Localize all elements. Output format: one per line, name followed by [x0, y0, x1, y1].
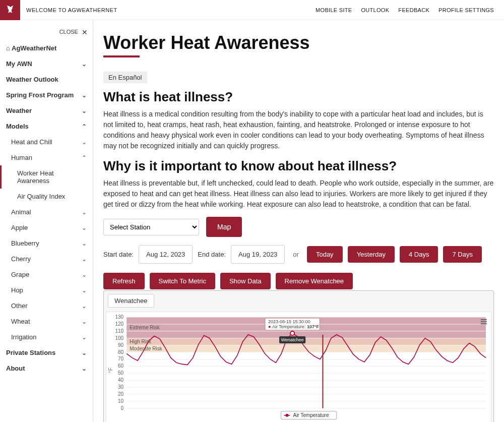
nav-my-awn[interactable]: My AWN ⌄: [0, 56, 93, 72]
nav-hop[interactable]: Hop ⌄: [0, 282, 93, 298]
today-button[interactable]: Today: [307, 246, 343, 263]
svg-text:20: 20: [118, 391, 124, 397]
chart-area: °F Extreme RiskHigh RiskModerate Risk010…: [106, 312, 491, 422]
seven-days-button[interactable]: 7 Days: [443, 246, 481, 263]
nav-blueberry[interactable]: Blueberry ⌄: [0, 235, 93, 251]
topnav-outlook[interactable]: OUTLOOK: [361, 7, 389, 13]
action-row: Refresh Switch To Metric Show Data Remov…: [103, 273, 494, 289]
chevron-up-icon: ⌃: [82, 123, 87, 130]
or-label: or: [293, 251, 299, 258]
nav-animal[interactable]: Animal ⌄: [0, 204, 93, 220]
nav-heat-and-chill[interactable]: Heat and Chill ⌄: [0, 134, 93, 150]
svg-text:30: 30: [118, 384, 124, 390]
map-button[interactable]: Map: [206, 217, 242, 237]
topnav-mobile-site[interactable]: MOBILE SITE: [316, 7, 352, 13]
nav-irrigation[interactable]: Irrigation ⌄: [0, 329, 93, 345]
paragraph-what-is: Heat illness is a medical condition resu…: [103, 109, 494, 151]
heading-what-is: What is heat illness?: [103, 89, 494, 105]
four-days-button[interactable]: 4 Days: [400, 246, 438, 263]
nav-weather[interactable]: Weather ⌄: [0, 103, 93, 118]
sidebar-close-label: CLOSE: [59, 29, 78, 35]
wsu-logo[interactable]: [0, 0, 20, 20]
sidebar-close[interactable]: CLOSE ✕: [0, 26, 93, 40]
svg-text:130: 130: [115, 314, 123, 320]
title-underline: [103, 55, 140, 57]
chevron-down-icon: ⌄: [82, 92, 87, 99]
topnav-profile-settings[interactable]: PROFILE SETTINGS: [438, 7, 494, 13]
nav-private-stations[interactable]: Private Stations ⌄: [0, 345, 93, 360]
svg-text:70: 70: [118, 356, 124, 361]
close-icon: ✕: [82, 28, 88, 36]
nav-about[interactable]: About ⌄: [0, 360, 93, 376]
chevron-down-icon: ⌄: [82, 224, 87, 231]
nav-weather-outlook[interactable]: Weather Outlook: [0, 72, 93, 87]
svg-text:Air Temperature: Air Temperature: [293, 412, 329, 418]
nav-cherry[interactable]: Cherry ⌄: [0, 251, 93, 267]
chevron-down-icon: ⌄: [82, 240, 87, 247]
svg-text:● Air Temperature: 107°F: ● Air Temperature: 107°F: [268, 324, 320, 329]
nav-spring-frost[interactable]: Spring Frost Program ⌄: [0, 87, 93, 103]
heading-why-important: Why is it important to know about heat i…: [103, 158, 494, 174]
topnav-feedback[interactable]: FEEDBACK: [398, 7, 429, 13]
svg-text:Extreme Risk: Extreme Risk: [130, 325, 160, 330]
date-range-row: Start date: Aug 12, 2023 End date: Aug 1…: [103, 245, 494, 264]
end-date-label: End date:: [198, 251, 226, 258]
svg-text:Wenatchee: Wenatchee: [281, 337, 303, 342]
station-map-row: Select Station Map: [103, 217, 494, 237]
chart-tabs: Wenatchee: [104, 291, 493, 311]
svg-text:120: 120: [115, 321, 123, 327]
en-espanol-button[interactable]: En Español: [103, 72, 147, 83]
chevron-down-icon: ⌄: [82, 334, 87, 341]
svg-text:2023-08-15 15:30:00: 2023-08-15 15:30:00: [268, 319, 310, 324]
switch-metric-button[interactable]: Switch To Metric: [150, 273, 215, 289]
nav-worker-heat-awareness[interactable]: Worker Heat Awareness: [0, 165, 93, 189]
chevron-down-icon: ⌄: [82, 271, 87, 278]
show-data-button[interactable]: Show Data: [220, 273, 271, 289]
nav-wheat[interactable]: Wheat ⌄: [0, 314, 93, 329]
top-nav: MOBILE SITE OUTLOOK FEEDBACK PROFILE SET…: [316, 7, 504, 13]
page-title: Worker Heat Awareness: [103, 32, 494, 53]
chart-panel: Wenatchee °F Extreme RiskHigh RiskModera…: [103, 290, 494, 422]
end-date-input[interactable]: Aug 19, 2023: [231, 245, 285, 264]
nav-models[interactable]: Models ⌃: [0, 118, 93, 134]
svg-text:40: 40: [118, 377, 124, 383]
svg-text:100: 100: [115, 335, 123, 341]
chevron-down-icon: ⌄: [82, 61, 87, 68]
nav-air-quality-index[interactable]: Air Quality Index: [0, 189, 93, 204]
nav-agweathernet[interactable]: ⌂ AgWeatherNet: [0, 40, 93, 56]
start-date-input[interactable]: Aug 12, 2023: [139, 245, 193, 264]
paragraph-why-important: Heat illness is preventable but, if left…: [103, 178, 494, 210]
sidebar: CLOSE ✕ ⌂ AgWeatherNet My AWN ⌄ Weather …: [0, 20, 93, 422]
svg-text:50: 50: [118, 370, 124, 376]
chevron-down-icon: ⌄: [82, 365, 87, 372]
svg-rect-46: [481, 321, 487, 322]
svg-text:60: 60: [118, 363, 124, 369]
nav-other[interactable]: Other ⌄: [0, 298, 93, 314]
svg-rect-45: [481, 319, 487, 320]
nav-human[interactable]: Human ⌃: [0, 150, 93, 165]
refresh-button[interactable]: Refresh: [103, 273, 145, 289]
chevron-down-icon: ⌄: [82, 107, 87, 114]
svg-text:80: 80: [118, 349, 124, 355]
start-date-label: Start date:: [103, 251, 134, 258]
topbar: WELCOME TO AGWEATHERNET MOBILE SITE OUTL…: [0, 0, 504, 20]
svg-text:10: 10: [118, 398, 124, 404]
home-icon: ⌂: [6, 44, 10, 52]
svg-text:110: 110: [115, 328, 123, 334]
svg-text:90: 90: [118, 342, 124, 348]
main-content: Worker Heat Awareness En Español What is…: [93, 20, 504, 422]
chevron-down-icon: ⌄: [82, 139, 87, 146]
yesterday-button[interactable]: Yesterday: [348, 246, 395, 263]
nav-grape[interactable]: Grape ⌄: [0, 267, 93, 282]
svg-point-35: [290, 331, 294, 335]
welcome-text: WELCOME TO AGWEATHERNET: [26, 7, 117, 13]
temperature-chart[interactable]: °F Extreme RiskHigh RiskModerate Risk010…: [106, 312, 491, 422]
y-axis-label: °F: [107, 368, 113, 373]
chevron-down-icon: ⌄: [82, 303, 87, 310]
chart-tab-wenatchee[interactable]: Wenatchee: [108, 294, 154, 308]
chevron-down-icon: ⌄: [82, 209, 87, 216]
chart-menu-icon[interactable]: [481, 319, 487, 324]
station-select[interactable]: Select Station: [103, 219, 199, 235]
nav-apple[interactable]: Apple ⌄: [0, 220, 93, 235]
remove-station-button[interactable]: Remove Wenatchee: [276, 273, 353, 289]
